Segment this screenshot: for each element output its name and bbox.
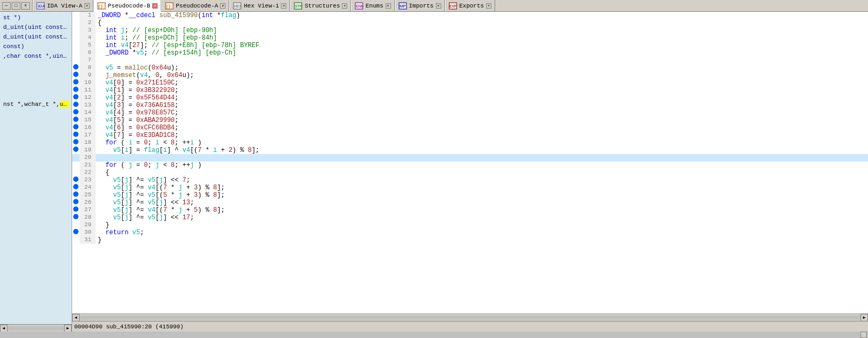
code-row-21[interactable]: 21 for ( j = 0; j < 8; ++j ) <box>72 162 868 169</box>
bp-col-22[interactable] <box>72 169 80 176</box>
resize-icon[interactable] <box>861 332 867 338</box>
bp-col-19[interactable] <box>72 147 80 154</box>
code-text-15[interactable]: v4[5] = 0xABA29990; <box>96 117 868 124</box>
tab-structures[interactable]: STR Structures × <box>290 0 351 11</box>
bp-col-23[interactable] <box>72 176 80 184</box>
bp-col-20[interactable] <box>72 154 80 162</box>
bp-col-27[interactable] <box>72 206 80 214</box>
tab-imports[interactable]: IMP Imports × <box>395 0 445 11</box>
bp-col-11[interactable] <box>72 87 80 94</box>
code-text-22[interactable]: { <box>96 169 868 176</box>
code-text-28[interactable]: v5[j] ^= v5[j] << 17; <box>96 214 868 221</box>
tab-enums[interactable]: ENM Enums × <box>351 0 394 11</box>
code-text-5[interactable]: int v4[27]; // [esp+E8h] [ebp-78h] BYREF <box>96 42 868 49</box>
scroll-left[interactable]: ◀ <box>0 325 7 332</box>
code-row-28[interactable]: 28 v5[j] ^= v5[j] << 17; <box>72 214 868 221</box>
code-row-8[interactable]: 8 v5 = malloc(0x64u); <box>72 64 868 72</box>
code-text-3[interactable]: int j; // [esp+D0h] [ebp-90h] <box>96 27 868 34</box>
code-row-16[interactable]: 16 v4[6] = 0xCFC6BDB4; <box>72 124 868 132</box>
scroll-track[interactable] <box>7 326 64 331</box>
code-text-17[interactable]: v4[7] = 0xE3DAD1C8; <box>96 132 868 139</box>
code-text-20[interactable] <box>96 154 868 162</box>
code-row-26[interactable]: 26 v5[j] ^= v5[j] << 13; <box>72 199 868 206</box>
code-text-25[interactable]: v5[j] ^= v5[(5 * j + 3) % 8]; <box>96 191 868 199</box>
restore-button[interactable]: □ <box>12 2 20 10</box>
bp-col-3[interactable] <box>72 27 80 34</box>
bp-col-16[interactable] <box>72 124 80 132</box>
code-row-22[interactable]: 22 { <box>72 169 868 176</box>
code-row-23[interactable]: 23 v5[j] ^= v5[j] << 7; <box>72 176 868 184</box>
bp-col-29[interactable] <box>72 221 80 229</box>
code-row-24[interactable]: 24 v5[j] ^= v4[(7 * j + 3) % 8]; <box>72 184 868 191</box>
bp-col-24[interactable] <box>72 184 80 191</box>
code-text-30[interactable]: return v5; <box>96 229 868 236</box>
code-text-4[interactable]: int i; // [esp+DCh] [ebp-84h] <box>96 34 868 42</box>
code-row-6[interactable]: 6 _DWORD *v5; // [esp+154h] [ebp-Ch] <box>72 49 868 57</box>
bp-col-13[interactable] <box>72 102 80 109</box>
code-row-5[interactable]: 5 int v4[27]; // [esp+E8h] [ebp-78h] BYR… <box>72 42 868 49</box>
bp-col-21[interactable] <box>72 162 80 169</box>
code-row-14[interactable]: 14 v4[4] = 0x978E857C; <box>72 109 868 117</box>
bp-col-6[interactable] <box>72 49 80 57</box>
code-row-13[interactable]: 13 v4[3] = 0x736A6158; <box>72 102 868 109</box>
code-row-27[interactable]: 27 v5[j] ^= v4[(7 * j + 5) % 8]; <box>72 206 868 214</box>
bp-col-5[interactable] <box>72 42 80 49</box>
code-text-9[interactable]: j_memset(v4, 0, 0x64u); <box>96 72 868 79</box>
code-row-31[interactable]: 31} <box>72 236 868 244</box>
code-row-1[interactable]: 1_DWORD *__cdecl sub_415990(int *flag) <box>72 12 868 19</box>
code-text-8[interactable]: v5 = malloc(0x64u); <box>96 64 868 72</box>
bp-col-26[interactable] <box>72 199 80 206</box>
bp-col-1[interactable] <box>72 12 80 19</box>
code-text-23[interactable]: v5[j] ^= v5[j] << 7; <box>96 176 868 184</box>
code-text-7[interactable] <box>96 57 868 64</box>
bp-col-30[interactable] <box>72 229 80 236</box>
bp-col-28[interactable] <box>72 214 80 221</box>
code-row-7[interactable]: 7 <box>72 57 868 64</box>
code-row-3[interactable]: 3 int j; // [esp+D0h] [ebp-90h] <box>72 27 868 34</box>
code-text-11[interactable]: v4[1] = 0x3B322920; <box>96 87 868 94</box>
code-text-1[interactable]: _DWORD *__cdecl sub_415990(int *flag) <box>96 12 868 19</box>
code-row-25[interactable]: 25 v5[j] ^= v5[(5 * j + 3) % 8]; <box>72 191 868 199</box>
code-row-10[interactable]: 10 v4[0] = 0x271E150C; <box>72 79 868 87</box>
bp-col-15[interactable] <box>72 117 80 124</box>
tab-export-close[interactable]: × <box>486 3 491 9</box>
close-button[interactable]: × <box>21 2 30 10</box>
code-text-18[interactable]: for ( i = 0; i < 8; ++i ) <box>96 139 868 147</box>
code-row-20[interactable]: 20 <box>72 154 868 162</box>
tab-ida-view-a[interactable]: IDA IDA View-A × <box>33 0 93 11</box>
code-text-29[interactable]: } <box>96 221 868 229</box>
code-row-17[interactable]: 17 v4[7] = 0xE3DAD1C8; <box>72 132 868 139</box>
tab-struct-close[interactable]: × <box>342 3 347 9</box>
code-row-19[interactable]: 19 v5[i] = flag[i] ^ v4[(7 * i + 2) % 8]… <box>72 147 868 154</box>
bp-col-12[interactable] <box>72 94 80 102</box>
code-content[interactable]: 1_DWORD *__cdecl sub_415990(int *flag)2{… <box>72 12 868 313</box>
code-text-2[interactable]: { <box>96 19 868 27</box>
code-text-24[interactable]: v5[j] ^= v4[(7 * j + 3) % 8]; <box>96 184 868 191</box>
bp-col-8[interactable] <box>72 64 80 72</box>
tab-pseudo-a-close[interactable]: × <box>220 3 225 9</box>
code-text-14[interactable]: v4[4] = 0x978E857C; <box>96 109 868 117</box>
code-text-26[interactable]: v5[j] ^= v5[j] << 13; <box>96 199 868 206</box>
scroll-right[interactable]: ▶ <box>64 325 72 332</box>
h-scrollbar[interactable]: ◀ ▶ <box>72 313 868 321</box>
bp-col-25[interactable] <box>72 191 80 199</box>
h-scroll-track[interactable] <box>80 316 861 320</box>
tab-hex-view[interactable]: HEX Hex View-1 × <box>229 0 290 11</box>
code-text-12[interactable]: v4[2] = 0x5F564D44; <box>96 94 868 102</box>
code-row-4[interactable]: 4 int i; // [esp+DCh] [ebp-84h] <box>72 34 868 42</box>
code-text-31[interactable]: } <box>96 236 868 244</box>
bp-col-18[interactable] <box>72 139 80 147</box>
code-row-15[interactable]: 15 v4[5] = 0xABA29990; <box>72 117 868 124</box>
bp-col-7[interactable] <box>72 57 80 64</box>
code-text-10[interactable]: v4[0] = 0x271E150C; <box>96 79 868 87</box>
bp-col-2[interactable] <box>72 19 80 27</box>
code-text-13[interactable]: v4[3] = 0x736A6158; <box>96 102 868 109</box>
tab-exports[interactable]: EXP Exports × <box>445 0 495 11</box>
tab-pseudocode-b[interactable]: { } Pseudocode-B × <box>93 0 161 12</box>
code-row-29[interactable]: 29 } <box>72 221 868 229</box>
scroll-code-left[interactable]: ◀ <box>72 314 80 321</box>
minimize-button[interactable]: ─ <box>2 2 11 10</box>
tab-enum-close[interactable]: × <box>386 3 391 9</box>
scroll-code-right[interactable]: ▶ <box>861 314 868 321</box>
code-row-30[interactable]: 30 return v5; <box>72 229 868 236</box>
